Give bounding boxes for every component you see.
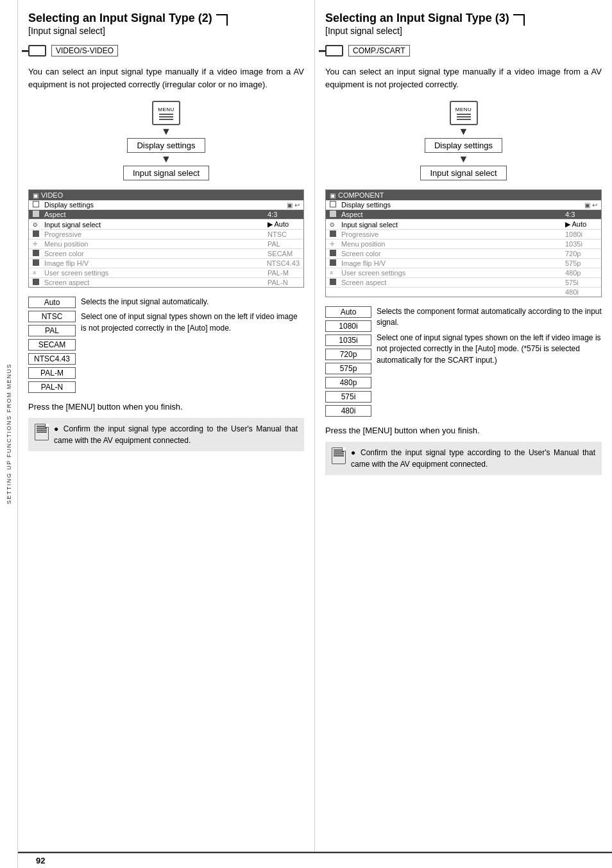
checkbox-empty-icon [330,201,336,207]
row-value-r1: 4:3 [565,211,597,218]
row-value-r2: ▶ Auto [565,220,597,229]
right-arrow-1: ▼ [459,126,469,137]
left-option-descs: Selects the input signal automatically. … [81,297,304,393]
row-value-r4: 1035i [565,240,597,248]
right-note-icon [332,447,346,464]
checkbox-filled-icon [330,250,336,256]
col-left: Selecting an Input Signal Type (2) [Inpu… [18,0,315,851]
left-menu-label: MENU [158,107,174,112]
row-icon-0 [33,201,42,209]
row-value-r6: 575p [565,259,597,267]
row-label-r0: Display settings [341,201,582,209]
row-icon-1 [33,211,42,218]
table-row: Display settings ▣ ↩ [326,200,601,210]
right-input-badge-row: COMP./SCART [325,45,602,56]
row-value-8: PAL-N [268,279,300,286]
right-option-box-480p: 480p [325,377,371,388]
row-icon-2: ⊙ [33,221,42,228]
right-input-badge: COMP./SCART [348,45,410,56]
right-note-box: ● Confirm the input signal type accordin… [325,442,602,475]
right-description: You can select an input signal type manu… [325,65,602,91]
right-note-content: ● Confirm the input signal type accordin… [351,447,595,470]
left-section-header: Selecting an Input Signal Type (2) [Inpu… [28,12,304,42]
row-value-1: 4:3 [268,211,300,218]
row-label-r6: Image flip H/V [341,259,563,267]
left-flow-step2: Input signal select [123,166,209,180]
table-row: Display settings ▣ ↩ [29,200,303,210]
option-box-ntsc: NTSC [28,311,76,322]
right-subtitle: [Input signal select] [325,26,525,36]
menu-line-3 [159,119,173,120]
row-label-5: Screen color [44,250,265,257]
row-label-2: Input signal select [44,221,265,229]
table-row: ≡ User screen settings 480p [326,268,601,278]
right-option-box-auto: Auto [325,306,371,318]
row-icon-3 [33,230,42,238]
checkbox-filled-icon [330,211,336,217]
left-flow-diagram: MENU ▼ Display settings ▼ Input signal s… [28,101,304,180]
left-table-title: VIDEO [41,191,63,199]
table-row: Image flip H/V 575p [326,259,601,268]
option-box-paln: PAL-N [28,381,76,393]
row-value-6: NTSC4.43 [267,259,300,267]
row-value-7: PAL-M [268,269,300,277]
row-value-4: PAL [268,240,300,248]
left-input-badge: VIDEO/S-VIDEO [51,45,118,56]
row-label-r5: Screen color [341,250,563,257]
left-table-header: ▣ VIDEO [29,190,303,200]
left-arrow-1: ▼ [161,126,171,137]
row-controls-r0: ▣ ↩ [584,202,597,209]
row-label-4: Menu position [44,240,265,248]
right-corner-bracket [513,14,525,26]
left-menu-lines [159,114,173,120]
right-option-boxes: Auto 1080i 1035i 720p 575p 480p 575i 480… [325,306,371,417]
page-container: SETTING UP FUNCTIONS FROM MENUS Selectin… [0,0,612,868]
row-icon-5 [33,250,42,257]
left-press-msg: Press the [MENU] button when you finish. [28,402,304,412]
right-arrow-2: ▼ [459,154,469,164]
row-icon-r6 [330,259,339,267]
right-flow-diagram: MENU ▼ Display settings ▼ Input signal s… [325,101,602,180]
right-option-desc-auto: Selects the component format automatical… [377,306,602,329]
right-option-descs: Selects the component format automatical… [377,306,602,417]
row-controls-0: ▣ ↩ [287,202,300,209]
right-note-bullet: ● [351,448,361,457]
row-label-3: Progressive [44,230,265,238]
right-option-box-480i: 480i [325,405,371,417]
right-option-box-720p: 720p [325,349,371,360]
row-label-7: User screen settings [44,269,265,277]
right-menu-label: MENU [455,107,472,112]
sidebar: SETTING UP FUNCTIONS FROM MENUS [0,0,18,868]
left-flow-step1: Display settings [127,138,205,153]
right-option-box-575i: 575i [325,391,371,403]
table-row: ⊙ Input signal select ▶ Auto [326,220,601,230]
row-label-6: Image flip H/V [44,259,264,267]
left-options: Auto NTSC PAL SECAM NTSC4.43 PAL-M PAL-N… [28,297,304,393]
checkbox-filled-icon [33,230,39,237]
row-icon-6 [33,259,42,267]
right-menu-lines [457,114,471,120]
row-label-1: Aspect [44,211,265,218]
right-option-desc-others: Select one of input signal types shown o… [377,333,602,366]
table-row: Progressive 1080i [326,230,601,239]
row-icon-r8 [330,279,339,286]
right-press-msg: Press the [MENU] button when you finish. [325,426,602,435]
row-label-0: Display settings [44,201,284,209]
row-value-5: SECAM [268,250,300,257]
right-options: Auto 1080i 1035i 720p 575p 480p 575i 480… [325,306,602,417]
page-number-bar: 92 [18,852,612,868]
right-option-box-575p: 575p [325,363,371,374]
left-note-box: ● Confirm the input signal type accordin… [28,418,304,451]
option-desc-others: Select one of input signal types shown o… [81,311,304,334]
menu-line-r3 [457,119,471,120]
table-row: Image flip H/V NTSC4.43 [29,259,303,268]
right-title: Selecting an Input Signal Type (3) [325,12,509,26]
table-row: Aspect 4:3 [326,210,601,220]
row-value-r5: 720p [565,250,597,257]
row-icon-r3 [330,230,339,238]
left-option-boxes: Auto NTSC PAL SECAM NTSC4.43 PAL-M PAL-N [28,297,76,393]
table-row: ≡ User screen settings PAL-M [29,268,303,278]
menu-line-r1 [457,114,471,115]
option-box-palm: PAL-M [28,367,76,379]
sidebar-label: SETTING UP FUNCTIONS FROM MENUS [6,363,12,504]
